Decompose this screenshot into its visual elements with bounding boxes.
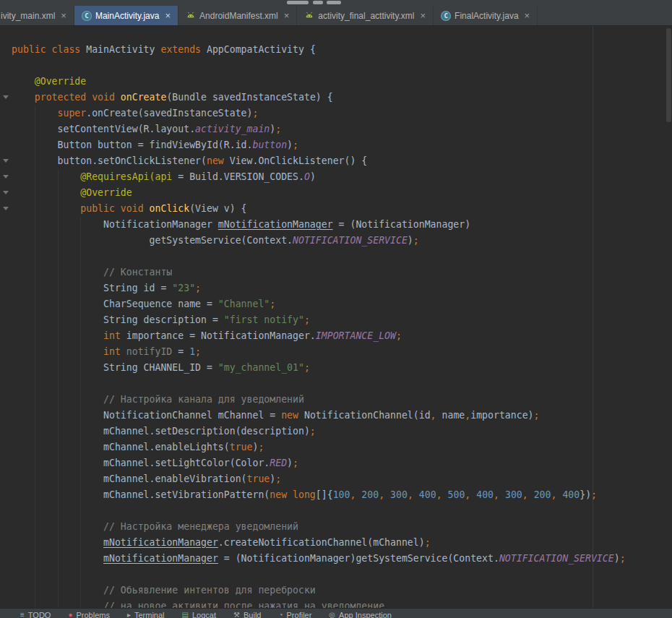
toolwindow-label: Profiler bbox=[287, 611, 312, 618]
build-icon: ⚒ bbox=[233, 611, 240, 618]
toolwindow-label: Problems bbox=[76, 611, 109, 618]
tab-activity-final-acttivity-xml[interactable]: activity_final_acttivity.xml× bbox=[297, 6, 434, 25]
code-line: // на новое активити после нажатия на ув… bbox=[12, 598, 626, 608]
fold-arrow-icon[interactable] bbox=[3, 95, 9, 99]
toolwindow-todo[interactable]: ≡TODO bbox=[20, 609, 51, 618]
code-line: String description = "first notify"; bbox=[12, 312, 626, 328]
profiler-icon: ◔ bbox=[278, 611, 283, 618]
toolbar-button[interactable] bbox=[327, 1, 341, 4]
code-line: mNotificationManager.createNotificationC… bbox=[12, 535, 626, 551]
close-tab-icon[interactable]: × bbox=[421, 11, 426, 20]
code-line: @Override bbox=[12, 185, 626, 201]
tab-label: MainActivity.java bbox=[95, 11, 159, 21]
code-line: getSystemService(Context.NOTIFICATION_SE… bbox=[12, 233, 626, 249]
toolwindow-label: Logcat bbox=[192, 611, 216, 618]
android-icon bbox=[186, 11, 196, 21]
code-line: mChannel.setLightColor(Color.RED); bbox=[12, 455, 626, 471]
tab-finalactivity-java[interactable]: CFinalActivity.java× bbox=[434, 6, 538, 25]
code-editor[interactable]: public class MainActivity extends AppCom… bbox=[0, 26, 672, 608]
close-tab-icon[interactable]: × bbox=[525, 11, 530, 20]
app-inspection-icon: ◎ bbox=[329, 611, 335, 618]
code-line: @RequiresApi(api = Build.VERSION_CODES.O… bbox=[12, 169, 626, 185]
code-line: setContentView(R.layout.activity_main); bbox=[12, 121, 626, 137]
java-class-icon: C bbox=[441, 11, 451, 21]
code-line: // Настройка менеджера уведомлений bbox=[12, 519, 626, 535]
editor-tab-bar: ivity_main.xml×CMainActivity.java×Androi… bbox=[0, 6, 672, 26]
tab-mainactivity-java[interactable]: CMainActivity.java× bbox=[74, 6, 178, 25]
code-line: mNotificationManager = (NotificationMana… bbox=[12, 551, 626, 567]
code-line: NotificationManager mNotificationManager… bbox=[12, 217, 626, 233]
todo-icon: ≡ bbox=[20, 611, 25, 618]
close-tab-icon[interactable]: × bbox=[61, 11, 66, 20]
scrollbar-thumb[interactable] bbox=[666, 28, 671, 122]
fold-arrow-icon[interactable] bbox=[3, 207, 9, 210]
code-line: public void onClick(View v) { bbox=[12, 201, 626, 217]
toolwindow-label: App Inspection bbox=[339, 611, 392, 618]
toolwindow-label: TODO bbox=[28, 611, 51, 618]
code-line: int importance = NotificationManager.IMP… bbox=[12, 328, 626, 344]
toolbar-button[interactable] bbox=[287, 1, 309, 4]
toolwindow-build[interactable]: ⚒Build bbox=[233, 609, 261, 618]
toolwindow-app-inspection[interactable]: ◎App Inspection bbox=[329, 609, 392, 618]
code-line: mChannel.enableVibration(true); bbox=[12, 471, 626, 487]
main-toolbar bbox=[0, 0, 672, 6]
editor-gutter bbox=[0, 26, 12, 608]
code-line: mChannel.setDescription(description); bbox=[12, 424, 626, 439]
code-line: protected void onCreate(Bundle savedInst… bbox=[12, 90, 626, 106]
code-area: public class MainActivity extends AppCom… bbox=[12, 42, 626, 608]
code-line: String CHANNEL_ID = "my_channel_01"; bbox=[12, 360, 626, 376]
toolwindow-terminal[interactable]: ▸Terminal bbox=[127, 609, 165, 618]
code-line bbox=[12, 503, 626, 519]
tab-ivity-main-xml[interactable]: ivity_main.xml× bbox=[0, 6, 74, 25]
toolwindow-profiler[interactable]: ◔Profiler bbox=[278, 609, 311, 618]
toolwindow-label: Build bbox=[244, 611, 261, 618]
tool-window-bar: ≡TODO●Problems▸Terminal▤Logcat⚒Build◔Pro… bbox=[0, 608, 672, 618]
code-line: NotificationChannel mChannel = new Notif… bbox=[12, 408, 626, 424]
code-line bbox=[12, 376, 626, 392]
tab-label: FinalActivity.java bbox=[455, 11, 518, 21]
code-line: mChannel.enableLights(true); bbox=[12, 439, 626, 455]
fold-arrow-icon[interactable] bbox=[3, 175, 9, 179]
toolwindow-label: Terminal bbox=[134, 611, 165, 618]
logcat-icon: ▤ bbox=[182, 611, 189, 618]
android-icon bbox=[304, 11, 314, 21]
code-line: mChannel.setVibrationPattern(new long[]{… bbox=[12, 487, 626, 503]
tab-androidmanifest-xml[interactable]: AndroidManifest.xml× bbox=[178, 6, 297, 25]
close-tab-icon[interactable]: × bbox=[165, 11, 171, 20]
code-line bbox=[12, 567, 626, 583]
code-line: int notifyID = 1; bbox=[12, 344, 626, 360]
code-line bbox=[12, 58, 626, 74]
code-line: // Обьявление интентов для переброски bbox=[12, 583, 626, 598]
code-line: // Настройка канала для уведомлений bbox=[12, 392, 626, 408]
code-line: @Override bbox=[12, 74, 626, 90]
problems-icon: ● bbox=[68, 611, 72, 618]
close-tab-icon[interactable]: × bbox=[284, 11, 290, 20]
code-line bbox=[12, 249, 626, 265]
code-line: String id = "23"; bbox=[12, 280, 626, 296]
tab-label: AndroidManifest.xml bbox=[199, 11, 278, 21]
code-line: button.setOnClickListener(new View.OnCli… bbox=[12, 153, 626, 169]
toolbar-button[interactable] bbox=[313, 1, 323, 4]
terminal-icon: ▸ bbox=[127, 611, 131, 618]
code-line: CharSequence name = "Channel"; bbox=[12, 296, 626, 312]
code-line: public class MainActivity extends AppCom… bbox=[12, 42, 626, 58]
toolwindow-problems[interactable]: ●Problems bbox=[68, 609, 110, 618]
code-line: super.onCreate(savedInstanceState); bbox=[12, 106, 626, 121]
tab-label: ivity_main.xml bbox=[1, 11, 55, 21]
code-line: // Константы bbox=[12, 265, 626, 280]
code-line: Button button = findViewById(R.id.button… bbox=[12, 137, 626, 153]
java-class-icon: C bbox=[82, 11, 92, 21]
fold-arrow-icon[interactable] bbox=[3, 191, 9, 194]
toolwindow-logcat[interactable]: ▤Logcat bbox=[182, 609, 216, 618]
fold-arrow-icon[interactable] bbox=[3, 159, 9, 163]
tab-label: activity_final_acttivity.xml bbox=[318, 11, 414, 21]
